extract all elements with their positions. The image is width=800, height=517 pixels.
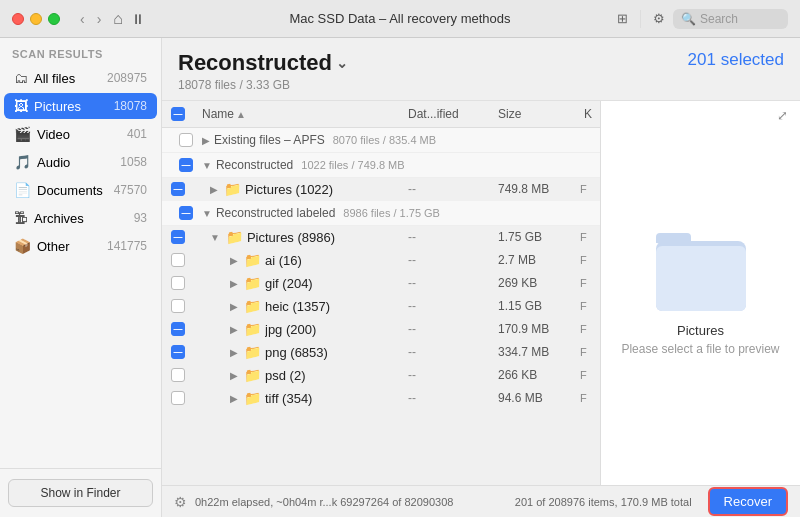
maximize-button[interactable] [48,13,60,25]
gif-expand[interactable]: ▶ [230,278,238,289]
jpg-checkbox[interactable] [171,322,185,336]
row-ai[interactable]: ▶ 📁 ai (16) -- 2.7 MB F [162,249,600,272]
jpg-expand[interactable]: ▶ [230,324,238,335]
forward-button[interactable]: › [93,9,106,29]
sidebar-label-other: Other [37,239,101,254]
ai-check[interactable] [162,253,194,267]
header-size[interactable]: Size [490,105,580,123]
existing-apfs-check[interactable] [170,133,202,147]
search-input[interactable] [700,12,780,26]
show-in-finder-button[interactable]: Show in Finder [8,479,153,507]
search-icon: 🔍 [681,12,696,26]
sidebar-item-pictures[interactable]: 🖼 Pictures 18078 [4,93,157,119]
heic-checkbox[interactable] [171,299,185,313]
tiff-checkbox[interactable] [171,391,185,405]
title-dropdown-chevron[interactable]: ⌄ [336,55,348,71]
group-reconstructed-labeled[interactable]: ▼ Reconstructed labeled 8986 files / 1.7… [162,201,600,226]
row-labeled-pictures[interactable]: ▼ 📁 Pictures (8986) -- 1.75 GB F [162,226,600,249]
tiff-expand[interactable]: ▶ [230,393,238,404]
gif-checkbox[interactable] [171,276,185,290]
sidebar-item-documents[interactable]: 📄 Documents 47570 [4,177,157,203]
reconstructed-pictures-check[interactable] [162,182,194,196]
group-existing-apfs[interactable]: ▶ Existing files – APFS 8070 files / 835… [162,128,600,153]
reconstructed-pictures-name: Pictures (1022) [245,182,333,197]
psd-check[interactable] [162,368,194,382]
labeled-pictures-expand[interactable]: ▼ [210,232,220,243]
row-tiff[interactable]: ▶ 📁 tiff (354) -- 94.6 MB F [162,387,600,410]
reconstructed-expand-icon[interactable]: ▼ [202,160,212,171]
psd-expand[interactable]: ▶ [230,370,238,381]
reconstructed-pictures-expand[interactable]: ▶ [210,184,218,195]
tiff-check[interactable] [162,391,194,405]
group-reconstructed[interactable]: ▼ Reconstructed 1022 files / 749.8 MB [162,153,600,178]
ai-expand[interactable]: ▶ [230,255,238,266]
heic-expand[interactable]: ▶ [230,301,238,312]
reconstructed-labeled-checkbox[interactable] [179,206,193,220]
heic-size: 1.15 GB [490,299,580,313]
reconstructed-labeled-content: ▼ Reconstructed labeled 8986 files / 1.7… [202,206,600,220]
heic-date: -- [400,299,490,313]
png-name-cell: 📁 png (6853) [240,344,400,360]
view-toggle-button[interactable]: ⊞ [617,11,628,26]
minimize-button[interactable] [30,13,42,25]
ai-k: F [580,254,600,266]
ai-name: ai (16) [265,253,302,268]
header-name[interactable]: Name ▲ [194,105,400,123]
sidebar-count-other: 141775 [107,239,147,253]
select-all-checkbox[interactable] [171,107,185,121]
tiff-folder-icon: 📁 [244,390,261,406]
heic-folder-icon: 📁 [244,298,261,314]
gif-check[interactable] [162,276,194,290]
reconstructed-labeled-check[interactable] [170,206,202,220]
sidebar-item-other[interactable]: 📦 Other 141775 [4,233,157,259]
main-layout: Scan results 🗂 All files 208975 🖼 Pictur… [0,38,800,517]
ai-checkbox[interactable] [171,253,185,267]
reconstructed-checkbox[interactable] [179,158,193,172]
header-k[interactable]: K [580,105,600,123]
tiff-size: 94.6 MB [490,391,580,405]
titlebar: ‹ › ⌂ ⏸ Mac SSD Data – All recovery meth… [0,0,800,38]
existing-apfs-expand-icon[interactable]: ▶ [202,135,210,146]
reconstructed-labeled-expand-icon[interactable]: ▼ [202,208,212,219]
sidebar-item-video[interactable]: 🎬 Video 401 [4,121,157,147]
existing-apfs-checkbox[interactable] [179,133,193,147]
reconstructed-check[interactable] [170,158,202,172]
close-button[interactable] [12,13,24,25]
heic-check[interactable] [162,299,194,313]
back-button[interactable]: ‹ [76,9,89,29]
sidebar-item-archives[interactable]: 🗜 Archives 93 [4,205,157,231]
psd-checkbox[interactable] [171,368,185,382]
row-gif[interactable]: ▶ 📁 gif (204) -- 269 KB F [162,272,600,295]
row-jpg[interactable]: ▶ 📁 jpg (200) -- 170.9 MB F [162,318,600,341]
reconstructed-pictures-checkbox[interactable] [171,182,185,196]
row-reconstructed-pictures[interactable]: ▶ 📁 Pictures (1022) -- 749.8 MB F [162,178,600,201]
png-k: F [580,346,600,358]
jpg-check[interactable] [162,322,194,336]
pictures-icon: 🖼 [14,98,28,114]
heic-k: F [580,300,600,312]
row-psd[interactable]: ▶ 📁 psd (2) -- 266 KB F [162,364,600,387]
sidebar-item-all-files[interactable]: 🗂 All files 208975 [4,65,157,91]
recover-button[interactable]: Recover [708,487,788,516]
window-title: Mac SSD Data – All recovery methods [289,11,510,26]
psd-folder-icon: 📁 [244,367,261,383]
pause-button[interactable]: ⏸ [131,11,145,27]
content-title: Reconstructed ⌄ [178,50,348,76]
sidebar-item-audio[interactable]: 🎵 Audio 1058 [4,149,157,175]
row-png[interactable]: ▶ 📁 png (6853) -- 334.7 MB F [162,341,600,364]
png-expand[interactable]: ▶ [230,347,238,358]
reconstructed-labeled-detail: 8986 files / 1.75 GB [343,207,440,219]
sidebar-count-documents: 47570 [114,183,147,197]
home-button[interactable]: ⌂ [113,10,123,28]
labeled-pictures-check[interactable] [162,230,194,244]
name-sort-icon: ▲ [236,109,246,120]
filter-button[interactable]: ⚙ [653,11,665,26]
row-heic[interactable]: ▶ 📁 heic (1357) -- 1.15 GB F [162,295,600,318]
sidebar-label-audio: Audio [37,155,114,170]
header-date[interactable]: Dat...ified [400,105,490,123]
png-check[interactable] [162,345,194,359]
labeled-pictures-checkbox[interactable] [171,230,185,244]
png-checkbox[interactable] [171,345,185,359]
preview-expand-button[interactable]: ⤢ [777,108,788,123]
sidebar-label-archives: Archives [34,211,128,226]
